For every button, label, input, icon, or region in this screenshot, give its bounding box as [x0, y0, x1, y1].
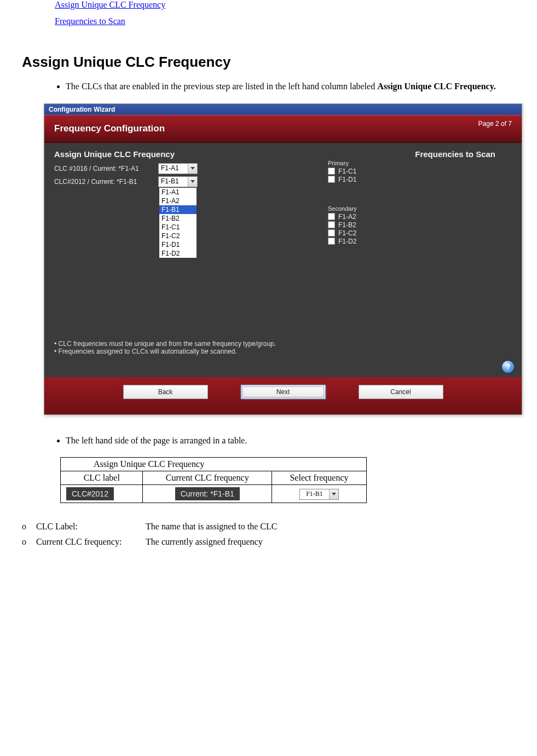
back-button[interactable]: Back: [123, 385, 208, 399]
checkbox-icon[interactable]: [328, 221, 335, 228]
primary-check-2[interactable]: F1-D1: [328, 176, 512, 183]
list-marker: o: [22, 522, 36, 532]
checkbox-icon[interactable]: [328, 229, 335, 236]
table-merged-header: Assign Unique CLC Frequency: [61, 458, 367, 471]
table-col1-header: CLC label: [61, 471, 143, 485]
cancel-button[interactable]: Cancel: [359, 385, 443, 399]
wizard-header-title: Frequency Configuration: [54, 123, 478, 134]
wizard-body: Assign Unique CLC Frequency CLC #1016 / …: [44, 143, 522, 377]
clc-row-2: CLC#2012 / Current: *F1-B1 F1-B1 F1-A1 F…: [54, 176, 240, 187]
clc-row-2-value: F1-B1: [159, 177, 188, 187]
chevron-down-icon[interactable]: [188, 164, 197, 174]
footer-left: 12 • Software: [10, 599, 66, 601]
dropdown-option[interactable]: F1-C1: [159, 223, 197, 232]
definitions-list: o CLC Label: The name that is assigned t…: [22, 522, 532, 547]
intro-bullet-1-strong: Assign Unique CLC Frequency.: [377, 82, 496, 91]
clc-row-2-label: CLC#2012 / Current: *F1-B1: [54, 178, 158, 186]
dropdown-option[interactable]: F1-D1: [159, 240, 197, 249]
secondary-check-4[interactable]: F1-D2: [328, 238, 512, 245]
wizard-titlebar: Configuration Wizard: [44, 104, 522, 115]
checkbox-icon[interactable]: [328, 176, 335, 183]
chevron-down-icon[interactable]: [188, 177, 197, 187]
check-label: F1-C2: [338, 229, 356, 237]
secondary-label: Secondary: [328, 205, 512, 212]
check-label: F1-C1: [338, 168, 356, 175]
table-col3-header: Select frequency: [272, 471, 367, 485]
toc-link-assign[interactable]: Assign Unique CLC Frequency: [55, 0, 532, 10]
intro-bullet-1-text: The CLCs that are enabled in the previou…: [66, 82, 377, 91]
secondary-check-3[interactable]: F1-C2: [328, 229, 512, 237]
config-wizard-window: Configuration Wizard Frequency Configura…: [44, 103, 522, 415]
clc-row-2-combo[interactable]: F1-B1 F1-A1 F1-A2 F1-B1 F1-B2 F1-C1 F1-C…: [158, 176, 198, 187]
clc-row-1-label: CLC #1016 / Current: *F1-A1: [54, 165, 158, 172]
primary-label: Primary: [328, 160, 512, 166]
bullet-icon: •: [25, 599, 27, 601]
check-label: F1-D2: [338, 238, 356, 245]
secondary-check-1[interactable]: F1-A2: [328, 213, 512, 221]
explain-table: Assign Unique CLC Frequency CLC label Cu…: [60, 457, 367, 503]
def-row-2: o Current CLC frequency: The currently a…: [22, 537, 532, 547]
def-1-desc: The name that is assigned to the CLC: [146, 522, 532, 532]
wizard-note-1: CLC frequencies must be unique and from …: [54, 340, 512, 348]
wizard-right-column: Frequencies to Scan Primary F1-C1 F1-D1 …: [240, 149, 512, 328]
toc-links: Assign Unique CLC Frequency Frequencies …: [55, 0, 532, 26]
page-footer: 12 • Software PhysioTel Digital Configur…: [0, 599, 537, 601]
def-1-label: CLC Label:: [36, 522, 146, 532]
assign-heading: Assign Unique CLC Frequency: [54, 149, 240, 159]
example-select-value: F1-B1: [300, 489, 329, 499]
checkbox-icon[interactable]: [328, 168, 335, 175]
toc-link-scan[interactable]: Frequencies to Scan: [55, 16, 532, 26]
check-label: F1-A2: [338, 213, 356, 221]
list-marker: o: [22, 537, 36, 547]
checkbox-icon[interactable]: [328, 213, 335, 220]
check-label: F1-D1: [338, 176, 356, 183]
clc-row-1: CLC #1016 / Current: *F1-A1 F1-A1: [54, 163, 240, 174]
intro-bullet-1: The CLCs that are enabled in the previou…: [66, 80, 532, 93]
clc-row-1-value: F1-A1: [159, 164, 188, 174]
section-heading: Assign Unique CLC Frequency: [22, 54, 532, 71]
wizard-page-indicator: Page 2 of 7: [478, 120, 512, 128]
example-current: Current: *F1-B1: [175, 487, 240, 500]
dropdown-option[interactable]: F1-A2: [159, 197, 197, 205]
def-2-label: Current CLC frequency:: [36, 537, 146, 547]
dropdown-option[interactable]: F1-D2: [159, 249, 197, 258]
table-col2-header: Current CLC frequency: [143, 471, 272, 485]
next-button[interactable]: Next: [241, 385, 326, 399]
example-clc-label: CLC#2012: [66, 487, 114, 500]
footer-section: Software: [33, 599, 65, 601]
dropdown-option[interactable]: F1-B2: [159, 214, 197, 223]
clc-row-1-combo[interactable]: F1-A1: [158, 163, 198, 174]
intro-bullet-2: The left hand side of the page is arrang…: [66, 435, 532, 447]
check-label: F1-B2: [338, 221, 356, 229]
def-2-desc: The currently assigned frequency: [146, 537, 532, 547]
wizard-note-2: Frequencies assigned to CLCs will automa…: [54, 348, 512, 355]
primary-check-1[interactable]: F1-C1: [328, 168, 512, 175]
wizard-left-column: Assign Unique CLC Frequency CLC #1016 / …: [54, 149, 240, 328]
frequency-dropdown-list: F1-A1 F1-A2 F1-B1 F1-B2 F1-C1 F1-C2 F1-D…: [159, 187, 197, 258]
dropdown-option[interactable]: F1-C2: [159, 232, 197, 240]
secondary-check-2[interactable]: F1-B2: [328, 221, 512, 229]
chevron-down-icon[interactable]: [329, 489, 338, 499]
dropdown-option-selected[interactable]: F1-B1: [159, 205, 197, 214]
footer-page-num: 12: [10, 599, 19, 601]
wizard-footer: Back Next Cancel: [44, 377, 522, 414]
def-row-1: o CLC Label: The name that is assigned t…: [22, 522, 532, 532]
footer-manual-title: PhysioTel Digital Configuration Manual: [386, 599, 527, 601]
help-icon[interactable]: ?: [502, 361, 514, 373]
dropdown-option[interactable]: F1-A1: [159, 188, 197, 197]
wizard-notes: CLC frequencies must be unique and from …: [44, 340, 522, 361]
example-select-combo[interactable]: F1-B1: [299, 489, 339, 500]
scan-heading: Frequencies to Scan: [328, 149, 495, 159]
wizard-header: Frequency Configuration Page 2 of 7: [44, 115, 522, 143]
checkbox-icon[interactable]: [328, 238, 335, 245]
